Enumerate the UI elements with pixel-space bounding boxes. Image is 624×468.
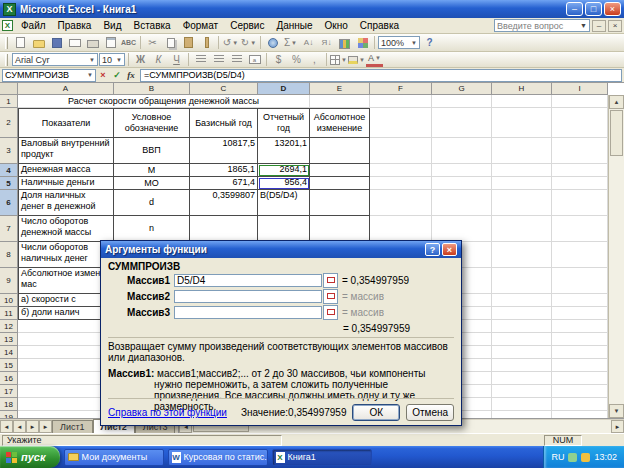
cell[interactable] [552, 268, 608, 294]
cell[interactable] [190, 216, 258, 242]
cell[interactable] [492, 307, 552, 320]
cell[interactable] [492, 242, 552, 268]
column-header-d[interactable]: D [258, 83, 310, 95]
undo-icon[interactable]: ↺▼ [222, 35, 239, 50]
column-header-h[interactable]: H [492, 83, 552, 95]
cell[interactable] [432, 177, 492, 190]
row-header-11[interactable]: 11 [0, 307, 18, 320]
row-header-18[interactable]: 18 [0, 398, 18, 411]
array2-input[interactable] [174, 290, 322, 303]
cell[interactable] [492, 216, 552, 242]
menu-view[interactable]: Вид [97, 19, 127, 32]
select-all-corner[interactable] [0, 83, 18, 95]
last-sheet-button[interactable]: ► [39, 420, 52, 433]
cell[interactable] [310, 164, 370, 177]
underline-icon[interactable]: Ч [168, 52, 185, 67]
cell[interactable] [370, 138, 432, 164]
cell-a5[interactable]: Наличные деньги [18, 177, 114, 190]
fill-color-icon[interactable]: ▼ [348, 52, 365, 67]
cell[interactable] [552, 372, 608, 385]
scroll-up-icon[interactable]: ▲ [609, 95, 624, 109]
cell[interactable] [432, 216, 492, 242]
cell-c2[interactable]: Базисный год [190, 108, 258, 138]
print-preview-icon[interactable] [102, 35, 119, 50]
workbook-icon[interactable]: X [2, 20, 13, 31]
cell[interactable] [310, 177, 370, 190]
cell[interactable] [552, 138, 608, 164]
scroll-right-icon[interactable]: ► [611, 420, 624, 433]
vertical-scroll-thumb[interactable] [610, 110, 623, 156]
menu-format[interactable]: Формат [177, 19, 225, 32]
new-document-icon[interactable] [12, 35, 29, 50]
font-color-icon[interactable]: А▼ [366, 52, 383, 67]
tab-sheet1[interactable]: Лист1 [52, 420, 93, 433]
drawing-icon[interactable] [354, 35, 371, 50]
cell[interactable] [370, 190, 432, 216]
cell[interactable] [370, 177, 432, 190]
sort-descending-icon[interactable]: Я↓ [318, 35, 335, 50]
cell-a3[interactable]: Валовый внутренний продукт [18, 138, 114, 164]
cell[interactable] [492, 359, 552, 372]
cell[interactable] [492, 294, 552, 307]
cell-d2[interactable]: Отчетный год [258, 108, 310, 138]
row-header-17[interactable]: 17 [0, 385, 18, 398]
cell-b2[interactable]: Условное обозначение [114, 108, 190, 138]
open-icon[interactable] [30, 35, 47, 50]
cell[interactable] [492, 108, 552, 138]
collapse-dialog-icon[interactable] [323, 273, 338, 288]
cell[interactable] [492, 385, 552, 398]
help-icon[interactable]: ? [421, 35, 438, 50]
collapse-dialog-icon[interactable] [323, 305, 338, 320]
column-header-i[interactable]: I [552, 83, 608, 95]
cell[interactable] [552, 177, 608, 190]
row-header-14[interactable]: 14 [0, 346, 18, 359]
cell[interactable] [492, 372, 552, 385]
menu-file[interactable]: Файл [15, 19, 52, 32]
merge-center-icon[interactable]: a [246, 52, 263, 67]
cell-d4[interactable]: 2694,1 [258, 164, 310, 177]
align-center-icon[interactable] [210, 52, 227, 67]
hyperlink-icon[interactable] [264, 35, 281, 50]
cell[interactable] [552, 398, 608, 411]
taskbar-item-word-document[interactable]: WКурсовая по статис... [168, 449, 268, 466]
cell[interactable] [432, 95, 492, 108]
tray-icon[interactable] [581, 453, 590, 462]
cell[interactable] [552, 95, 608, 108]
cell[interactable] [552, 216, 608, 242]
row-header-7[interactable]: 7 [0, 216, 18, 242]
menu-edit[interactable]: Правка [52, 19, 98, 32]
dialog-help-icon[interactable]: ? [425, 243, 440, 256]
font-size-dropdown[interactable]: 10▼ [99, 53, 125, 66]
row-header-19[interactable]: 19 [0, 411, 18, 418]
enter-formula-icon[interactable]: ✓ [110, 69, 124, 82]
tray-icon[interactable] [568, 453, 577, 462]
menu-data[interactable]: Данные [270, 19, 318, 32]
cell[interactable] [552, 294, 608, 307]
spelling-icon[interactable]: ABC [120, 35, 137, 50]
cell-b6[interactable]: d [114, 190, 190, 216]
row-header-10[interactable]: 10 [0, 294, 18, 307]
column-header-c[interactable]: C [190, 83, 258, 95]
toolbar-drag-handle[interactable] [5, 54, 8, 66]
cell[interactable] [492, 268, 552, 294]
name-box[interactable]: СУММПРОИЗВ▼ [2, 69, 96, 82]
cell-a4[interactable]: Денежная масса [18, 164, 114, 177]
cell[interactable] [492, 333, 552, 346]
row-header-13[interactable]: 13 [0, 333, 18, 346]
language-indicator[interactable]: RU [551, 452, 564, 462]
email-icon[interactable] [66, 35, 83, 50]
cell[interactable] [310, 190, 370, 216]
cell-c4[interactable]: 1865,1 [190, 164, 258, 177]
cell[interactable] [552, 333, 608, 346]
ok-button[interactable]: ОК [352, 404, 400, 421]
cell[interactable] [552, 164, 608, 177]
cell[interactable] [310, 216, 370, 242]
cell[interactable] [492, 190, 552, 216]
align-left-icon[interactable] [192, 52, 209, 67]
cell[interactable] [492, 411, 552, 418]
cell[interactable] [552, 411, 608, 418]
row-header-9[interactable]: 9 [0, 268, 18, 294]
cell[interactable] [552, 108, 608, 138]
cell[interactable] [432, 164, 492, 177]
row-header-3[interactable]: 3 [0, 138, 18, 164]
